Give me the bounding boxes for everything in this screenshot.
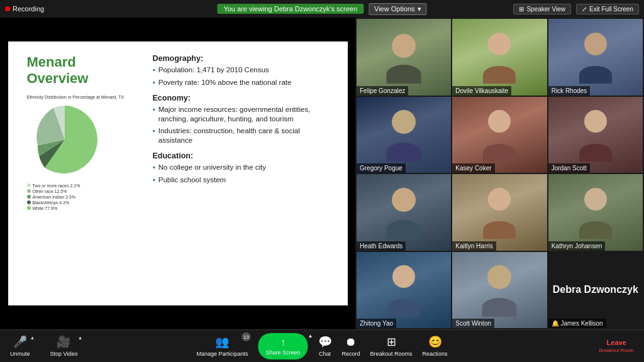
participant-tile-kathryn: Kathryn Johansen [548, 174, 643, 251]
legend-item: Black/African 4.2% [27, 200, 140, 205]
participant-name-kaitlyn: Kaitlyn Harris [452, 241, 496, 251]
legend-dot [27, 200, 31, 204]
participant-name-heath: Heath Edwards [357, 241, 406, 251]
participant-name-rick: Rick Rhodes [548, 86, 591, 96]
slide: Menard Overview Ethnicity Distribution i… [8, 41, 348, 305]
top-bar-left: Recording [5, 5, 44, 13]
legend-item: White 77.9% [27, 206, 140, 211]
education-title: Education: [153, 151, 329, 160]
participant-name-kathryn: Kathryn Johansen [548, 241, 606, 251]
top-bar: Recording You are viewing Debra Dzwonczy… [0, 0, 644, 18]
participant-name-gregory: Gregory Pogue [357, 163, 406, 173]
economy-title: Economy: [153, 94, 329, 102]
leave-area: Leave Breakout Room [599, 339, 634, 353]
bullet: ▪ Industries: construction, health care … [153, 126, 329, 145]
participant-name-james: 🔔 James Kellison [548, 319, 606, 328]
legend-dot [27, 195, 31, 199]
recording-label: Recording [13, 5, 44, 13]
participant-tile-felipe: Felipe Gonzalez [357, 19, 451, 96]
top-bar-center: You are viewing Debra Dzwonczyk's screen… [217, 3, 426, 15]
bullet: ▪ Public school system [153, 175, 329, 185]
participant-tile-zhitong: Zhitong Yao [357, 252, 451, 329]
participant-name-kasey: Kasey Coker [452, 163, 494, 173]
pie-chart [27, 102, 103, 177]
record-button[interactable]: ⏺ Record [342, 336, 360, 357]
manage-participants-button[interactable]: 👥 Manage Participants 13 [196, 335, 248, 357]
bottom-toolbar: 🎤 Unmute ▲ 🎥 Stop Video ▲ 👥 Manage Parti… [0, 329, 644, 362]
share-screen-button[interactable]: ↑ Share Screen ▲ [258, 333, 308, 359]
leave-button[interactable]: Leave [607, 339, 626, 346]
legend-item: Two or more races 2.1% [27, 184, 140, 188]
view-options-button[interactable]: View Options ▾ [369, 3, 427, 15]
slide-content: Demography: ▪ Population: 1,471 by 2010 … [153, 54, 329, 293]
bullet: ▪ Major income resources: governmental e… [153, 105, 329, 124]
unmute-button[interactable]: 🎤 Unmute ▲ [10, 335, 30, 357]
participant-name-dovile: Dovile Vilkauskaite [452, 86, 511, 96]
screen-viewing-badge: You are viewing Debra Dzwonczyk's screen [217, 4, 364, 14]
participant-tile-heath: Heath Edwards [357, 174, 451, 251]
speaker-view-button[interactable]: ⊞ Speaker View [513, 4, 571, 14]
main-content: Menard Overview Ethnicity Distribution i… [0, 18, 644, 329]
participant-tile-dovile: Dovile Vilkauskaite [452, 19, 547, 96]
participant-name-jordan: Jordan Scott [548, 163, 590, 173]
participant-tile-kasey: Kasey Coker [452, 97, 547, 173]
toolbar-right: Leave Breakout Room [599, 339, 634, 353]
legend-dot [27, 184, 31, 187]
participant-name-zhitong: Zhitong Yao [357, 319, 396, 328]
bullet: ▪ Poverty rate: 10% above the national r… [153, 78, 329, 88]
pie-label: Ethnicity Distribution in Percentage at … [27, 95, 140, 99]
recording-dot [5, 6, 10, 11]
participant-grid: Felipe Gonzalez Dovile Vilkauskaite Rick… [355, 18, 644, 329]
participant-tile-rick: Rick Rhodes [548, 19, 643, 96]
participant-tile-gregory: Gregory Pogue [357, 97, 451, 173]
legend-dot [27, 189, 31, 193]
legend-item: Other race 12.5% [27, 189, 140, 194]
participant-tile-scott: Scott Winton [452, 252, 547, 329]
toolbar-center: 👥 Manage Participants 13 ↑ Share Screen … [196, 333, 447, 359]
slide-left: Menard Overview Ethnicity Distribution i… [27, 54, 140, 293]
slide-title: Menard Overview [27, 54, 140, 87]
demography-title: Demography: [153, 54, 329, 63]
top-bar-right: ⊞ Speaker View ⤢ Exit Full Screen [513, 4, 639, 14]
participant-name-scott: Scott Winton [452, 319, 494, 328]
stop-video-button[interactable]: 🎥 Stop Video ▲ [50, 335, 78, 357]
bullet: ▪ No college or university in the city [153, 163, 329, 173]
legend-item: American Indian 3.3% [27, 195, 140, 199]
exit-fullscreen-button[interactable]: ⤢ Exit Full Screen [576, 4, 639, 14]
participant-name-felipe: Felipe Gonzalez [357, 86, 408, 96]
debra-name-display: Debra Dzwonczyk [553, 284, 638, 295]
participant-tile-kaitlyn: Kaitlyn Harris [452, 174, 547, 251]
toolbar-left: 🎤 Unmute ▲ 🎥 Stop Video ▲ [10, 335, 77, 357]
breakout-room-label: Breakout Room [599, 348, 634, 353]
breakout-rooms-button[interactable]: ⊞ Breakout Rooms [370, 335, 413, 357]
recording-indicator: Recording [5, 5, 44, 13]
chat-button[interactable]: 💬 Chat [318, 335, 332, 357]
reactions-button[interactable]: 😊 Reactions [423, 335, 448, 357]
pie-legend: Two or more races 2.1% Other race 12.5% … [27, 184, 140, 211]
presentation-area: Menard Overview Ethnicity Distribution i… [0, 18, 355, 329]
legend-dot [27, 206, 31, 210]
participant-tile-debra: Debra Dzwonczyk 🔔 James Kellison [548, 252, 643, 329]
participant-count-badge: 13 [242, 332, 250, 341]
participant-tile-jordan: Jordan Scott [548, 97, 643, 173]
bullet: ▪ Population: 1,471 by 2010 Census [153, 65, 329, 75]
